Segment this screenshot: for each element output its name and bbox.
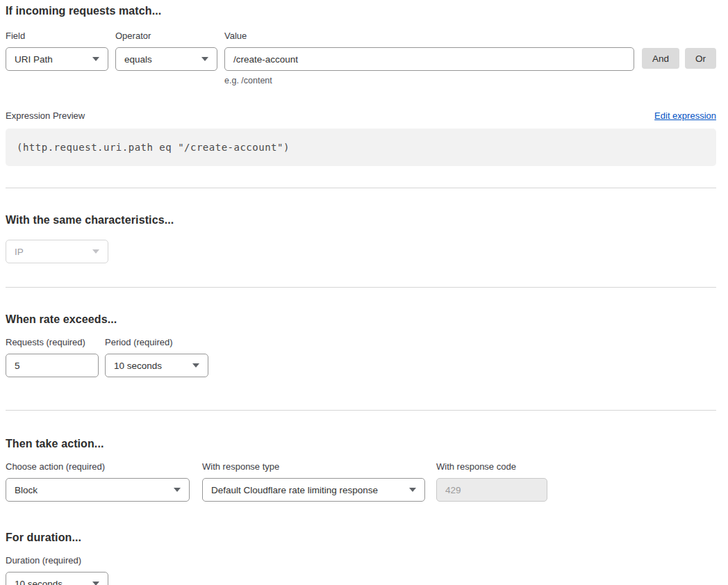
response-type-column: With response type Default Cloudflare ra… xyxy=(202,461,425,502)
field-column: Field URI Path xyxy=(6,31,108,71)
operator-select-value: equals xyxy=(124,54,152,65)
and-button[interactable]: And xyxy=(642,48,679,69)
choose-action-column: Choose action (required) Block xyxy=(6,461,190,502)
period-select-value: 10 seconds xyxy=(114,361,162,371)
rate-row: Requests (required) Period (required) 10… xyxy=(6,337,716,377)
characteristic-select[interactable]: IP xyxy=(6,240,108,263)
period-column: Period (required) 10 seconds xyxy=(105,337,208,377)
section-title-characteristics: With the same characteristics... xyxy=(6,214,716,226)
requests-label: Requests (required) xyxy=(6,337,99,347)
section-take-action: Then take action... Choose action (requi… xyxy=(6,438,716,502)
edit-expression-link[interactable]: Edit expression xyxy=(654,110,716,121)
response-code-input xyxy=(436,478,547,502)
section-divider xyxy=(6,410,716,411)
requests-input[interactable] xyxy=(6,354,99,377)
chevron-down-icon xyxy=(201,57,208,61)
section-divider xyxy=(6,188,716,188)
response-code-label: With response code xyxy=(436,461,547,472)
or-button[interactable]: Or xyxy=(685,48,716,69)
chevron-down-icon xyxy=(192,363,199,368)
value-column: Value e.g. /content xyxy=(224,31,634,85)
chevron-down-icon xyxy=(174,488,181,492)
section-title-action: Then take action... xyxy=(6,438,716,450)
chevron-down-icon xyxy=(92,57,99,61)
period-label: Period (required) xyxy=(105,337,208,347)
duration-select[interactable]: 10 seconds xyxy=(6,572,108,585)
section-divider xyxy=(6,287,716,288)
section-title-match: If incoming requests match... xyxy=(6,5,716,17)
response-code-column: With response code xyxy=(436,461,547,502)
rate-limiting-rule-form: If incoming requests match... Field URI … xyxy=(0,0,728,585)
response-type-select[interactable]: Default Cloudflare rate limiting respons… xyxy=(202,478,425,502)
choose-action-select[interactable]: Block xyxy=(6,478,190,502)
value-label: Value xyxy=(224,31,634,41)
expression-preview-header: Expression Preview Edit expression xyxy=(6,110,716,121)
expression-preview-label: Expression Preview xyxy=(6,110,85,121)
field-select[interactable]: URI Path xyxy=(6,47,108,71)
duration-select-value: 10 seconds xyxy=(15,579,63,585)
section-same-characteristics: With the same characteristics... IP xyxy=(6,214,716,263)
operator-column: Operator equals xyxy=(115,31,217,71)
response-type-select-value: Default Cloudflare rate limiting respons… xyxy=(211,485,378,495)
match-condition-row: Field URI Path Operator equals Value e.g… xyxy=(6,31,716,85)
value-input[interactable] xyxy=(224,47,634,71)
chevron-down-icon xyxy=(92,249,99,254)
section-title-duration: For duration... xyxy=(6,532,716,544)
period-select[interactable]: 10 seconds xyxy=(105,354,208,377)
chevron-down-icon xyxy=(409,488,416,492)
field-label: Field xyxy=(6,31,108,41)
operator-select[interactable]: equals xyxy=(115,47,217,71)
value-helper-text: e.g. /content xyxy=(224,76,634,85)
requests-column: Requests (required) xyxy=(6,337,99,377)
characteristic-select-value: IP xyxy=(15,247,24,257)
field-select-value: URI Path xyxy=(15,54,53,65)
section-for-duration: For duration... Duration (required) 10 s… xyxy=(6,532,716,585)
expression-preview-code: (http.request.uri.path eq "/create-accou… xyxy=(6,129,716,166)
section-rate-exceeds: When rate exceeds... Requests (required)… xyxy=(6,313,716,377)
response-type-label: With response type xyxy=(202,461,425,472)
section-title-rate: When rate exceeds... xyxy=(6,313,716,326)
and-or-button-group: And Or xyxy=(642,48,716,69)
duration-column: Duration (required) 10 seconds xyxy=(6,555,716,585)
duration-label: Duration (required) xyxy=(6,555,716,566)
chevron-down-icon xyxy=(92,582,99,585)
action-row: Choose action (required) Block With resp… xyxy=(6,461,716,502)
operator-label: Operator xyxy=(115,31,217,41)
choose-action-select-value: Block xyxy=(15,485,38,495)
choose-action-label: Choose action (required) xyxy=(6,461,190,472)
section-incoming-requests-match: If incoming requests match... Field URI … xyxy=(6,5,716,166)
